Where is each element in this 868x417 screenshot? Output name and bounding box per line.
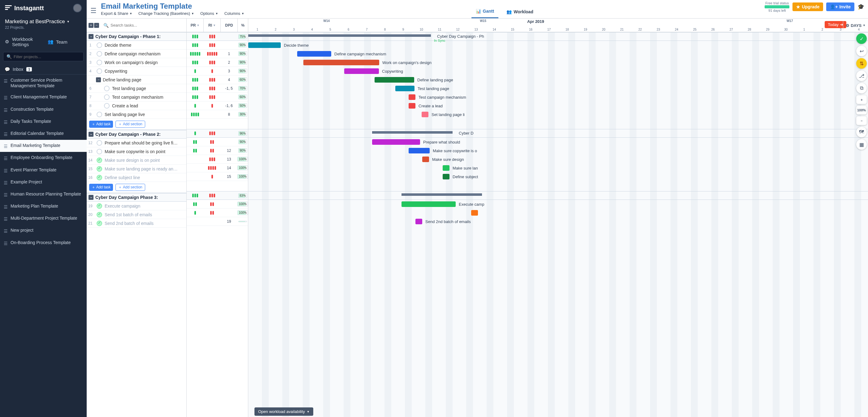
- add-section-button[interactable]: ＋ Add section: [116, 184, 145, 191]
- gantt-bar[interactable]: Create a lead: [409, 103, 415, 108]
- section-header[interactable]: －Cyber Day Campaign - Phase 2:: [87, 130, 186, 138]
- task-row[interactable]: 8Create a lead: [87, 101, 186, 110]
- brand-logo[interactable]: Instagantt: [5, 5, 44, 12]
- open-workload-button[interactable]: Open workload availability▼: [254, 408, 313, 416]
- sidebar-project-item[interactable]: ☰Customer Service Problem Management Tem…: [0, 74, 87, 91]
- task-check[interactable]: [97, 112, 102, 117]
- column-header-ri[interactable]: RI▼: [204, 19, 221, 32]
- sidebar-project-item[interactable]: ☰Example Project: [0, 176, 87, 188]
- sidebar-project-item[interactable]: ☰Human Resource Planning Template: [0, 188, 87, 200]
- gantt-bar[interactable]: [471, 210, 478, 216]
- collapse-icon[interactable]: －: [96, 77, 101, 82]
- task-row[interactable]: 13Make sure copywrite is on point: [87, 147, 186, 156]
- gantt-bar[interactable]: Set landing page li: [422, 112, 428, 117]
- workbook-selector[interactable]: Marketing at BestPractice ▼: [0, 16, 87, 25]
- sidebar-project-item[interactable]: ☰Daily Tasks Template: [0, 116, 87, 128]
- gantt-bar[interactable]: Define campaign mechanism: [297, 51, 331, 57]
- gantt-bar[interactable]: Decide theme: [248, 42, 281, 48]
- scale-selector[interactable]: ⚙DAYS▼: [843, 21, 868, 30]
- gantt-bar[interactable]: Prepare what should: [372, 139, 420, 145]
- sync-ok-button[interactable]: ✓: [856, 33, 867, 44]
- task-row[interactable]: 16Define subject line: [87, 173, 186, 182]
- column-header-dpd[interactable]: DPD: [221, 19, 238, 32]
- task-check[interactable]: [97, 175, 102, 180]
- gantt-bar[interactable]: Copywriting: [344, 68, 379, 74]
- collapse-icon[interactable]: －: [89, 34, 93, 39]
- sidebar-project-item[interactable]: ☰Editorial Calendar Template: [0, 128, 87, 140]
- gantt-bar[interactable]: Execute camp: [402, 201, 456, 207]
- gantt-bar[interactable]: Make sure lan: [443, 165, 450, 171]
- column-header-pr[interactable]: PR▼: [187, 19, 204, 32]
- help-icon[interactable]: 🎓: [858, 3, 864, 10]
- undo-button[interactable]: ↩: [856, 46, 867, 56]
- sort-button[interactable]: ⇅: [856, 58, 867, 69]
- task-check[interactable]: [97, 68, 102, 74]
- task-row[interactable]: 6Test landing page: [87, 84, 186, 93]
- sidebar-project-item[interactable]: ☰On-Boarding Process Template: [0, 237, 87, 249]
- task-row[interactable]: 1Decide theme: [87, 41, 186, 50]
- task-check[interactable]: [97, 60, 102, 65]
- inbox-link[interactable]: 💬 Inbox 1: [0, 64, 87, 74]
- timeline-scale[interactable]: W14W15W17 Apr 2019 123456789101112131415…: [248, 19, 868, 32]
- gantt-bar[interactable]: Work on campaign's design: [303, 60, 379, 65]
- gantt-bar[interactable]: Define subject: [443, 174, 450, 180]
- gantt-bar[interactable]: Send 2nd batch of emails: [415, 219, 422, 224]
- task-check[interactable]: [97, 203, 102, 209]
- column-header-pct[interactable]: %: [238, 19, 248, 32]
- task-check[interactable]: [104, 86, 110, 91]
- task-row[interactable]: 2Define campaign mechanism: [87, 50, 186, 58]
- task-check[interactable]: [97, 166, 102, 172]
- tab-gantt[interactable]: 📊Gantt: [471, 6, 499, 18]
- gantt-bar[interactable]: Test campaign mechanism: [409, 94, 415, 100]
- add-task-button[interactable]: ＋ Add task: [89, 121, 113, 128]
- task-check[interactable]: [104, 103, 110, 108]
- task-row[interactable]: 14Make sure design is on point: [87, 156, 186, 165]
- sidebar-project-item[interactable]: ☰New project: [0, 225, 87, 237]
- task-check[interactable]: [97, 221, 102, 226]
- task-row[interactable]: －Define landing page: [87, 75, 186, 84]
- collapse-icon[interactable]: －: [89, 195, 93, 200]
- sidebar-project-item[interactable]: ☰Multi-Department Project Template: [0, 213, 87, 225]
- task-check[interactable]: [97, 51, 102, 57]
- task-check[interactable]: [97, 140, 102, 146]
- section-header[interactable]: －Cyber Day Campaign Phase 3:: [87, 193, 186, 202]
- grid-button[interactable]: ▦: [856, 139, 867, 150]
- task-row[interactable]: 4Copywriting: [87, 67, 186, 75]
- add-section-button[interactable]: ＋ Add section: [116, 121, 145, 128]
- search-tasks-input[interactable]: [111, 23, 184, 28]
- zoom-out-button[interactable]: －: [856, 116, 867, 125]
- map-button[interactable]: 🗺: [856, 127, 867, 137]
- team-link[interactable]: 👥Team: [43, 33, 87, 50]
- filter-projects-input[interactable]: 🔍: [3, 52, 84, 61]
- gantt-bar[interactable]: Make sure copywrite is o: [409, 148, 430, 154]
- collapse-icon[interactable]: －: [89, 132, 93, 137]
- gantt-bar[interactable]: Make sure design: [422, 157, 429, 162]
- collapse-all-button[interactable]: －: [94, 23, 99, 28]
- copy-button[interactable]: ⧉: [856, 83, 867, 93]
- avatar[interactable]: [73, 4, 82, 12]
- task-check[interactable]: [97, 157, 102, 163]
- header-menu-item[interactable]: Columns ▼: [224, 11, 244, 16]
- expand-all-button[interactable]: ＋: [89, 23, 93, 28]
- add-task-button[interactable]: ＋ Add task: [89, 184, 113, 191]
- header-menu-item[interactable]: Change Tracking (Baselines) ▼: [138, 11, 194, 16]
- header-menu-item[interactable]: Export & Share ▼: [101, 11, 132, 16]
- workbook-settings-link[interactable]: ⚙Workbook Settings: [0, 33, 43, 50]
- tab-workload[interactable]: 👥Workload: [502, 6, 538, 18]
- task-row[interactable]: 9Set landing page live: [87, 110, 186, 119]
- filter-projects-field[interactable]: [13, 55, 80, 59]
- task-row[interactable]: 7Test campaign mechanism: [87, 93, 186, 101]
- task-check[interactable]: [97, 42, 102, 48]
- gantt-chart-pane[interactable]: ✓ ↩ ⇅ ⎇ ⧉ ＋ 100% － 🗺 ▦ Open workload ava…: [248, 32, 868, 417]
- sidebar-project-item[interactable]: ☰Email Marketing Template: [0, 140, 87, 152]
- task-row[interactable]: 20Send 1st batch of emails: [87, 211, 186, 219]
- branch-button[interactable]: ⎇: [856, 70, 867, 81]
- sidebar-project-item[interactable]: ☰Construction Template: [0, 104, 87, 116]
- gantt-bar[interactable]: Define landing page: [375, 77, 414, 83]
- task-row[interactable]: 15Make sure landing page is ready an…: [87, 165, 186, 173]
- task-row[interactable]: 3Work on campaign's design: [87, 58, 186, 67]
- invite-button[interactable]: 👤+Invite: [826, 2, 855, 11]
- task-check[interactable]: [97, 212, 102, 218]
- sidebar-project-item[interactable]: ☰Employee Onboarding Template: [0, 152, 87, 164]
- zoom-in-button[interactable]: ＋: [856, 95, 867, 104]
